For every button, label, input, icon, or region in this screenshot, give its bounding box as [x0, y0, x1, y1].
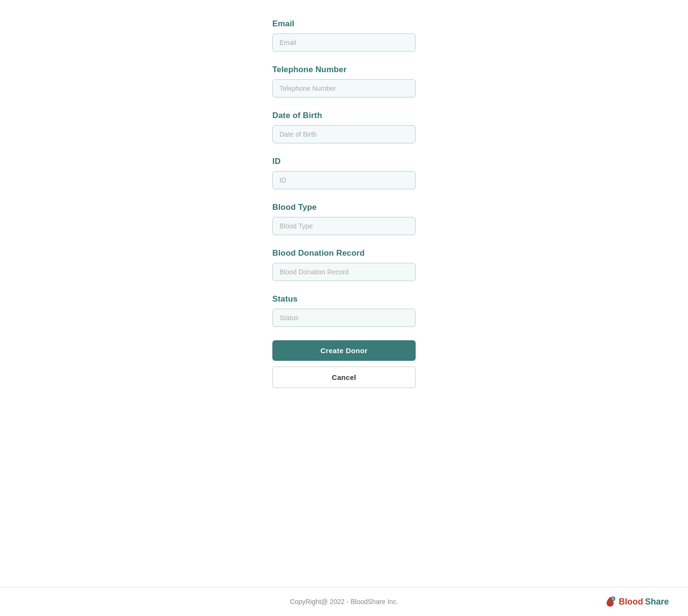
blood-type-field[interactable]: [272, 217, 416, 235]
email-field[interactable]: [272, 33, 416, 52]
cancel-button[interactable]: Cancel: [272, 367, 416, 388]
blood-donation-record-field[interactable]: [272, 263, 416, 281]
footer-brand: + BloodShare: [603, 595, 669, 608]
main-content: EmailTelephone NumberDate of BirthIDBloo…: [0, 0, 688, 587]
form-container: EmailTelephone NumberDate of BirthIDBloo…: [272, 19, 416, 558]
brand-blood-text: Blood: [619, 597, 643, 607]
telephone-field[interactable]: [272, 79, 416, 97]
form-group-dob: Date of Birth: [272, 111, 416, 143]
footer-copyright: CopyRight@ 2022 - BloodShare Inc.: [290, 598, 398, 605]
brand-share-text: Share: [645, 597, 669, 607]
form-group-telephone: Telephone Number: [272, 65, 416, 97]
label-id: ID: [272, 157, 416, 166]
label-dob: Date of Birth: [272, 111, 416, 120]
label-email: Email: [272, 19, 416, 29]
id-field[interactable]: [272, 171, 416, 189]
form-group-blood_donation_record: Blood Donation Record: [272, 249, 416, 281]
label-blood_donation_record: Blood Donation Record: [272, 249, 416, 258]
form-group-email: Email: [272, 19, 416, 52]
form-group-status: Status: [272, 294, 416, 327]
bloodshare-logo-icon: +: [603, 595, 617, 608]
form-group-blood_type: Blood Type: [272, 203, 416, 235]
label-status: Status: [272, 294, 416, 304]
label-telephone: Telephone Number: [272, 65, 416, 75]
svg-text:+: +: [612, 597, 613, 601]
dob-field[interactable]: [272, 125, 416, 143]
footer: CopyRight@ 2022 - BloodShare Inc. + Bloo…: [0, 587, 688, 616]
status-field[interactable]: [272, 309, 416, 327]
create-donor-button[interactable]: Create Donor: [272, 340, 416, 361]
form-group-id: ID: [272, 157, 416, 189]
label-blood_type: Blood Type: [272, 203, 416, 212]
